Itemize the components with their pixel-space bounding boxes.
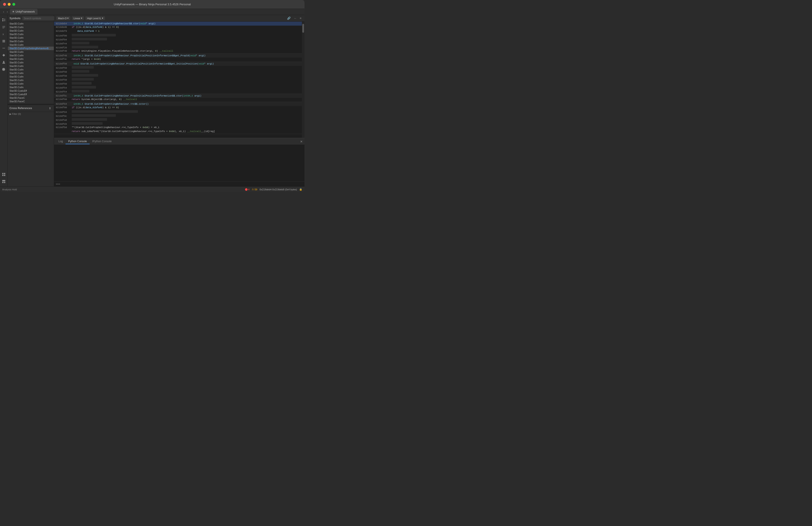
symbol-item[interactable]: Star3D.CutIn (8, 43, 54, 47)
symbol-item[interactable]: Star3D.CutIn (8, 82, 54, 85)
line-addr: 0219df4c (56, 58, 70, 60)
blurred-code (72, 38, 107, 40)
function-header[interactable]: 0219df48int64_t Star3D.CutInPropSettingB… (54, 54, 302, 58)
highlevel-selector[interactable]: High Level IL ▾ (85, 16, 105, 20)
sidebar-icon-diamond[interactable] (1, 52, 7, 58)
sidebar-icon-nav[interactable] (1, 24, 7, 30)
tab-unity-framework[interactable]: UnityFramework (10, 9, 37, 15)
function-block: 0219df5cint64_t Star3D.CutInPropSettingB… (54, 94, 302, 102)
svg-rect-12 (2, 173, 3, 174)
sidebar-icon-grid[interactable] (1, 171, 7, 177)
symbol-search-input[interactable] (22, 16, 56, 20)
warn-icon: ⚠ (252, 188, 254, 191)
arch-label: Mach-O (58, 17, 67, 20)
code-line: 0219df50 (54, 82, 302, 86)
cross-ref-export-icon[interactable]: ⬆ (48, 106, 52, 110)
code-line: 0219def8 data_61bfa48 = 1 (54, 30, 302, 33)
symbol-item[interactable]: Star3D.CutIn (8, 29, 54, 32)
cross-ref-header: Cross References ⬆ (8, 105, 54, 112)
symbol-item[interactable]: Star3D.CutIn (8, 68, 54, 71)
blurred-code (72, 70, 89, 73)
function-header[interactable]: 0219df50void Star3D.CutInPropSettingBeha… (54, 62, 302, 66)
blurred-code (72, 86, 96, 88)
symbol-item[interactable]: Star3D.CutIn (8, 50, 54, 54)
close-button[interactable] (3, 3, 6, 6)
function-header[interactable]: 0219deb4int64_t Star3D.CutInPropSettingB… (54, 22, 302, 26)
sidebar-icon-gear[interactable] (1, 66, 7, 72)
tab-python-console[interactable]: Python Console (66, 139, 90, 144)
maximize-button[interactable] (12, 3, 15, 6)
symbol-item[interactable]: Star3D.CutIn (8, 32, 54, 36)
code-line: 0219df50 (54, 78, 302, 82)
symbol-item[interactable]: Star3D.CutIn (8, 71, 54, 75)
symbol-item[interactable]: Star3D.CutIn (8, 75, 54, 79)
code-scrollbar-thumb (302, 24, 304, 33)
symbol-item[interactable]: Star3D.CutIn (8, 85, 54, 89)
svg-rect-7 (2, 42, 5, 42)
function-header[interactable]: 0219df5cint64_t Star3D.CutInPropSettingB… (54, 94, 302, 98)
function-signature: int64_t Star3D.CutInPropSettingBehaviour… (73, 54, 206, 57)
symbol-item[interactable]: Star3D.CutIn (8, 40, 54, 43)
function-signature: int64_t Star3D.CutInPropSettingBehaviour… (73, 22, 156, 25)
blurred-code (72, 110, 138, 113)
code-scrollbar[interactable] (302, 22, 304, 138)
tab-log[interactable]: Log (56, 139, 66, 144)
code-line: 0219df50 (54, 70, 302, 74)
function-block: 0219deb4int64_t Star3D.CutInPropSettingB… (54, 22, 302, 54)
arch-selector[interactable]: Mach-O ▾ (56, 16, 70, 20)
symbol-item[interactable]: Star3D.CutIn (8, 79, 54, 82)
symbol-item[interactable]: Star3D.CutIn (8, 64, 54, 68)
code-line: 0219df40return UnityEngine.Playables.Pla… (54, 49, 302, 54)
line-addr: 0219dfa0 (56, 119, 70, 122)
bottom-panel-close-button[interactable]: ✕ (300, 140, 303, 143)
minimize-button[interactable] (8, 3, 11, 6)
console-input[interactable] (61, 183, 303, 185)
code-content: return *(arg1 + 0x10) (72, 58, 101, 60)
code-line: 0219df80if ((zx.d(data_61bfa49) & 1) == … (54, 106, 302, 110)
link-icon[interactable]: 🔗 (286, 16, 291, 20)
console-area[interactable] (54, 145, 304, 182)
symbol-item[interactable]: Star3D.CyaluEff (8, 93, 54, 96)
symbol-item[interactable]: Star3D.CyaluEff (8, 89, 54, 93)
symbol-item[interactable]: Star3D.FaceC (8, 96, 54, 100)
line-addr: 0219df40 (56, 50, 70, 52)
warn-count-value: 59 (255, 188, 257, 191)
menu-icon[interactable]: ≡ (299, 16, 302, 20)
code-line: 0219ded8if ((zx.d(data_61bfa48) & 1) == … (54, 26, 302, 30)
sidebar-icon-symbols[interactable] (1, 17, 7, 23)
tab-ipython-console[interactable]: IPython Console (90, 139, 114, 144)
sidebar-icon-stack[interactable] (1, 38, 7, 44)
sidebar-icon-dots[interactable] (1, 45, 7, 51)
cross-ref-panel: Cross References ⬆ ▶ Filter (0) (8, 105, 54, 187)
code-line: 0219df9c (54, 114, 302, 118)
symbol-item[interactable]: Star3D.CutIn (8, 25, 54, 29)
sidebar-icon-person[interactable] (1, 59, 7, 65)
nav-back-button[interactable]: ‹ (2, 10, 5, 13)
cross-ref-filter[interactable]: ▶ Filter (0) (8, 112, 54, 116)
sidebar-icon-xref[interactable]: x (1, 31, 7, 37)
symbol-item[interactable]: Star3D.CutIn (8, 57, 54, 61)
line-addr: 0219df50 (56, 67, 70, 69)
svg-point-9 (3, 48, 4, 48)
line-addr: 0219dfd4 (56, 123, 70, 125)
blurred-code (72, 66, 94, 69)
symbol-item[interactable]: Star3D.CutIn (8, 36, 54, 40)
function-addr: 0219df5c (56, 95, 72, 97)
symbol-item[interactable]: Star3D.FaceC (8, 100, 54, 103)
symbol-item[interactable]: Star3D.CutIn (8, 22, 54, 25)
function-header[interactable]: 0219df64int64_t Star3D.CutInPropSettingB… (54, 102, 302, 106)
sidebar-icon-layout[interactable] (1, 179, 7, 185)
code-content: return UnityEngine.Playables.PlayableBeh… (72, 50, 173, 52)
nav-back-code-icon[interactable]: ← (293, 16, 298, 20)
symbol-item[interactable]: Star3D.CutIn (8, 61, 54, 64)
nav-forward-button[interactable]: › (5, 10, 9, 13)
svg-rect-5 (2, 40, 5, 41)
bottom-panel: Log Python Console IPython Console ✕ >>> (54, 138, 304, 186)
code-view[interactable]: 0219deb4int64_t Star3D.CutInPropSettingB… (54, 22, 302, 138)
code-line: 0219df54 (54, 90, 302, 94)
line-addr: 0219df80 (56, 106, 70, 109)
symbol-item[interactable]: Star3D.CutIn (8, 54, 54, 57)
svg-rect-15 (4, 175, 5, 176)
symbol-item[interactable]: Star3D.CutInPropSettingBehaviour$$.ctor (8, 47, 54, 50)
linear-selector[interactable]: Linear ▾ (72, 16, 84, 20)
